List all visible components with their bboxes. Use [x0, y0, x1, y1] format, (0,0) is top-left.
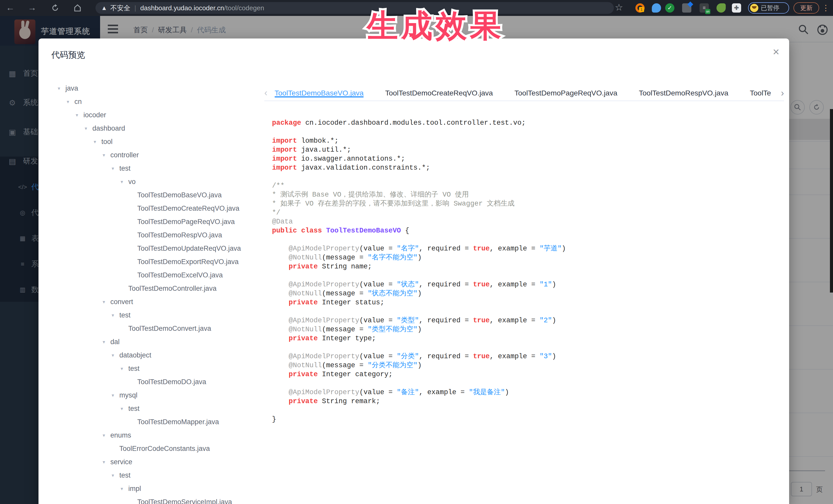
tree-item-file[interactable]: ToolTestDemoUpdateReqVO.java — [53, 242, 268, 255]
tree-item-folder[interactable]: ▾controller — [53, 148, 268, 162]
tree-item-label: test — [128, 405, 140, 413]
address-bar[interactable]: ▲ 不安全 | dashboard.yudao.iocoder.cn/tool/… — [95, 2, 614, 14]
tree-item-file[interactable]: ToolTestDemoDO.java — [53, 375, 268, 388]
tree-item-folder[interactable]: ▾dashboard — [53, 122, 268, 135]
warning-triangle-icon[interactable]: ▲ — [101, 4, 107, 11]
tree-item-file[interactable]: ToolTestDemoBaseVO.java — [53, 188, 268, 202]
tree-item-file[interactable]: ToolErrorCodeConstants.java — [53, 442, 268, 455]
caret-down-icon[interactable]: ▾ — [103, 299, 110, 305]
file-tab[interactable]: ToolTestDemoCreateReqVO.java — [385, 89, 493, 97]
tree-item-folder[interactable]: ▾tool — [53, 135, 268, 148]
caret-down-icon[interactable]: ▾ — [121, 406, 128, 412]
tree-item-file[interactable]: ToolTestDemoCreateReqVO.java — [53, 202, 268, 215]
extension-icon-plant[interactable] — [716, 3, 726, 13]
tree-item-folder[interactable]: ▾service — [53, 455, 268, 469]
tree-item-label: ToolTestDemoExportReqVO.java — [137, 258, 239, 266]
tree-item-file[interactable]: ToolTestDemoPageReqVO.java — [53, 215, 268, 229]
caret-down-icon[interactable]: ▾ — [121, 486, 128, 492]
code-line — [272, 235, 783, 244]
code-line — [272, 379, 783, 388]
caret-down-icon[interactable]: ▾ — [94, 139, 101, 145]
tree-item-folder[interactable]: ▾iocoder — [53, 108, 268, 122]
tree-item-folder[interactable]: ▾test — [53, 402, 268, 415]
tree-item-label: test — [128, 365, 140, 373]
tree-item-file[interactable]: ToolTestDemoMapper.java — [53, 415, 268, 429]
caret-down-icon[interactable]: ▾ — [76, 112, 84, 118]
code-line: @ApiModelProperty(value = "状态", required… — [272, 280, 783, 289]
caret-down-icon[interactable]: ▾ — [58, 86, 66, 91]
file-tab[interactable]: ToolTestDemoPageReqVO.java — [515, 89, 617, 97]
tree-item-folder[interactable]: ▾test — [53, 162, 268, 175]
reload-icon[interactable] — [47, 0, 63, 16]
security-label[interactable]: 不安全 — [110, 4, 130, 13]
code-line: @Data — [272, 217, 783, 226]
tree-item-folder[interactable]: ▾test — [53, 309, 268, 322]
close-icon[interactable]: × — [773, 46, 779, 57]
tree-item-folder[interactable]: ▾test — [53, 469, 268, 482]
tab-next-icon[interactable]: › — [781, 88, 784, 99]
kebab-menu-icon[interactable]: ⋮ — [822, 1, 830, 15]
extension-icon-list[interactable]: ≡ on — [699, 3, 709, 13]
forward-icon[interactable]: → — [24, 0, 40, 16]
file-tab[interactable]: ToolTe — [750, 89, 771, 97]
tree-item-folder[interactable]: ▾test — [53, 362, 268, 375]
tree-item-folder[interactable]: ▾convert — [53, 295, 268, 309]
code-line: import java.util.*; — [272, 145, 783, 154]
file-tab[interactable]: ToolTestDemoRespVO.java — [639, 89, 729, 97]
tree-item-file[interactable]: ToolTestDemoRespVO.java — [53, 229, 268, 242]
tree-item-folder[interactable]: ▾dataobject — [53, 349, 268, 362]
tree-item-file[interactable]: ToolTestDemoConvert.java — [53, 322, 268, 335]
url-path[interactable]: /tool/codegen — [224, 4, 264, 12]
tree-item-folder[interactable]: ▾mysql — [53, 388, 268, 402]
caret-down-icon[interactable]: ▾ — [112, 352, 119, 358]
extension-icon-orange[interactable]: 1 — [636, 3, 645, 13]
tree-item-label: ToolTestDemoConvert.java — [128, 325, 211, 333]
tree-item-label: ToolTestDemoDO.java — [137, 378, 206, 386]
code-line — [272, 271, 783, 280]
tree-item-label: controller — [110, 151, 139, 159]
tree-item-file[interactable]: ToolTestDemoController.java — [53, 282, 268, 295]
home-icon[interactable] — [70, 0, 85, 16]
caret-down-icon[interactable]: ▾ — [103, 459, 110, 465]
extension-icon-blocks[interactable] — [682, 3, 691, 13]
tree-item-label: impl — [128, 485, 141, 493]
caret-down-icon[interactable]: ▾ — [112, 392, 119, 398]
url-host[interactable]: dashboard.yudao.iocoder.cn — [140, 4, 224, 12]
extension-badge-on: on — [705, 9, 710, 14]
caret-down-icon[interactable]: ▾ — [103, 432, 110, 438]
update-button[interactable]: 更新 — [793, 2, 819, 14]
extension-icon-green-check[interactable]: ✓ — [665, 3, 674, 13]
paused-profile-chip[interactable]: 已暂停 — [748, 2, 789, 14]
code-line: @NotNull(message = "状态不能为空") — [272, 289, 783, 298]
code-line — [272, 307, 783, 316]
tree-item-folder[interactable]: ▾impl — [53, 482, 268, 495]
caret-down-icon[interactable]: ▾ — [112, 166, 119, 171]
tree-item-label: ToolTestDemoExcelVO.java — [137, 271, 223, 279]
tree-item-folder[interactable]: ▾cn — [53, 95, 268, 108]
tree-item-file[interactable]: ToolTestDemoExcelVO.java — [53, 268, 268, 282]
code-line: * 如果子 VO 存在差异的字段，请不要添加到这里，影响 Swagger 文档生… — [272, 199, 783, 208]
caret-down-icon[interactable]: ▾ — [85, 125, 92, 131]
puzzle-extension-icon[interactable]: ✚ — [732, 3, 741, 13]
tree-item-file[interactable]: ToolTestDemoExportReqVO.java — [53, 255, 268, 268]
tree-item-file[interactable]: ToolTestDemoServiceImpl.java — [53, 495, 268, 504]
code-line — [272, 127, 783, 137]
code-line — [272, 172, 783, 182]
tree-item-folder[interactable]: ▾dal — [53, 335, 268, 349]
tree-item-folder[interactable]: ▾vo — [53, 175, 268, 188]
caret-down-icon[interactable]: ▾ — [112, 312, 119, 318]
bookmark-star-icon[interactable]: ☆ — [611, 0, 627, 16]
file-tab[interactable]: ToolTestDemoBaseVO.java — [275, 89, 364, 97]
back-icon[interactable]: ← — [3, 0, 18, 16]
caret-down-icon[interactable]: ▾ — [121, 179, 128, 185]
extension-icon-pin[interactable] — [652, 3, 661, 13]
tree-item-folder[interactable]: ▾enums — [53, 429, 268, 442]
caret-down-icon[interactable]: ▾ — [121, 366, 128, 371]
tree-item-folder[interactable]: ▾java — [53, 81, 268, 95]
caret-down-icon[interactable]: ▾ — [103, 339, 110, 345]
caret-down-icon[interactable]: ▾ — [112, 473, 119, 478]
tree-item-label: ToolTestDemoRespVO.java — [137, 231, 222, 239]
caret-down-icon[interactable]: ▾ — [103, 152, 110, 158]
code-line: private Integer status; — [272, 298, 783, 307]
caret-down-icon[interactable]: ▾ — [67, 99, 74, 105]
